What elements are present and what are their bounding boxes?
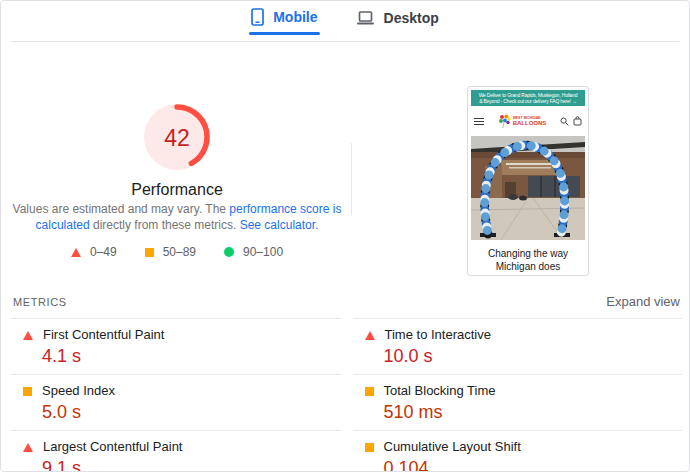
legend-range-fail: 0–49 [90, 245, 117, 259]
caption-line-1: Changing the way [471, 247, 585, 260]
metric-label: Speed Index [42, 383, 115, 399]
preview-panel: We Deliver to Grand Rapids, Muskegon, Ho… [467, 86, 589, 286]
site-header-icons [560, 116, 582, 126]
tab-desktop-label: Desktop [384, 10, 439, 26]
legend-range-pass: 90–100 [243, 245, 283, 259]
metric-status-icon [365, 387, 374, 396]
summary-divider [351, 143, 352, 215]
shopping-bag-icon [573, 116, 582, 126]
metric-value: 9.1 s [42, 458, 341, 472]
site-promo-banner: We Deliver to Grand Rapids, Muskegon, Ho… [471, 90, 585, 106]
legend-item-pass: 90–100 [224, 245, 283, 259]
hero-photo-balloon-arch [471, 136, 585, 240]
tab-desktop[interactable]: Desktop [354, 4, 441, 35]
fail-triangle-icon [71, 248, 81, 257]
performance-gauge: 42 [143, 103, 211, 171]
mobile-phone-icon [251, 8, 264, 26]
metric-value: 5.0 s [42, 402, 341, 422]
score-description: Values are estimated and may vary. The p… [11, 201, 343, 233]
expand-view-button[interactable]: Expand view [606, 294, 680, 309]
metric-label: Total Blocking Time [384, 383, 496, 399]
metric-speed-index: Speed Index 5.0 s [11, 374, 341, 430]
legend-item-average: 50–89 [145, 245, 196, 259]
hamburger-menu-icon [474, 116, 484, 127]
metrics-heading: METRICS [13, 296, 67, 308]
page-screenshot-thumbnail: We Deliver to Grand Rapids, Muskegon, Ho… [467, 86, 589, 276]
metric-total-blocking-time: Total Blocking Time 510 ms [353, 374, 683, 430]
metric-value: 4.1 s [42, 346, 341, 366]
metric-status-icon [23, 443, 33, 452]
metric-status-icon [23, 387, 32, 396]
metric-status-icon [365, 443, 374, 452]
performance-score: 42 [143, 103, 211, 171]
desc-text-1: Values are estimated and may vary. The [13, 202, 230, 216]
pagespeed-report: Mobile Desktop 42 Performance Values are… [0, 0, 690, 472]
desc-text-2: directly from these metrics. [90, 218, 240, 232]
metric-label: First Contentful Paint [43, 327, 164, 343]
metrics-column-right: Time to Interactive 10.0 s Total Blockin… [353, 318, 683, 472]
metric-status-icon [23, 331, 33, 340]
metrics-column-left: First Contentful Paint 4.1 s Speed Index… [11, 318, 341, 472]
metric-cumulative-layout-shift: Cumulative Layout Shift 0.104 [353, 430, 683, 472]
banner-line-2: & Beyond - Check out our delivery FAQ he… [472, 98, 584, 104]
logo-line-2: BALLOONS [513, 120, 547, 127]
performance-title: Performance [131, 181, 223, 199]
metric-first-contentful-paint: First Contentful Paint 4.1 s [11, 318, 341, 374]
metric-label: Time to Interactive [385, 327, 491, 343]
metric-status-icon [365, 331, 375, 340]
metric-value: 10.0 s [384, 346, 683, 366]
device-tabbar: Mobile Desktop [1, 1, 689, 35]
page-caption: Changing the way Michigan does [471, 240, 585, 273]
score-legend: 0–49 50–89 90–100 [71, 245, 283, 259]
desktop-laptop-icon [356, 11, 375, 26]
metrics-header: METRICS Expand view [11, 286, 682, 318]
metrics-section: METRICS Expand view First Contentful Pai… [1, 286, 689, 472]
legend-range-average: 50–89 [163, 245, 196, 259]
tab-mobile-label: Mobile [273, 9, 317, 25]
pass-circle-icon [224, 247, 234, 257]
legend-item-fail: 0–49 [71, 245, 117, 259]
summary-section: 42 Performance Values are estimated and … [1, 42, 689, 286]
metric-label: Cumulative Layout Shift [384, 439, 521, 455]
metric-value: 0.104 [384, 458, 683, 472]
see-calculator-link[interactable]: See calculator. [240, 218, 319, 232]
metric-label: Largest Contentful Paint [43, 439, 182, 455]
score-panel: 42 Performance Values are estimated and … [1, 42, 353, 286]
metric-time-to-interactive: Time to Interactive 10.0 s [353, 318, 683, 374]
average-square-icon [145, 248, 154, 257]
caption-line-2: Michigan does [471, 260, 585, 273]
metric-value: 510 ms [384, 402, 683, 422]
site-logo: WEST MICHIGAN BALLOONS [498, 114, 547, 129]
site-logo-text: WEST MICHIGAN BALLOONS [513, 116, 547, 127]
site-header: WEST MICHIGAN BALLOONS [471, 106, 585, 136]
metric-largest-contentful-paint: Largest Contentful Paint 9.1 s [11, 430, 341, 472]
metrics-grid: First Contentful Paint 4.1 s Speed Index… [11, 318, 682, 472]
tab-mobile[interactable]: Mobile [249, 2, 319, 35]
search-icon [560, 117, 569, 126]
balloon-bunch-icon [498, 114, 511, 129]
